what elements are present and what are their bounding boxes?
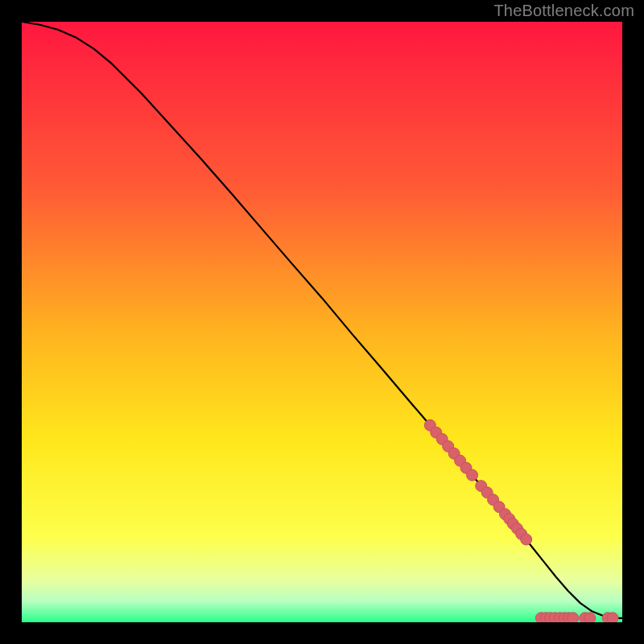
plot-area (22, 22, 622, 622)
data-marker (607, 613, 618, 622)
data-marker (521, 534, 532, 545)
data-marker (467, 469, 478, 481)
gradient-background (22, 22, 622, 622)
data-marker (584, 613, 596, 622)
chart-frame: TheBottleneck.com (0, 0, 644, 644)
chart-svg (22, 22, 622, 622)
data-marker (568, 613, 579, 622)
watermark-text: TheBottleneck.com (493, 2, 634, 20)
